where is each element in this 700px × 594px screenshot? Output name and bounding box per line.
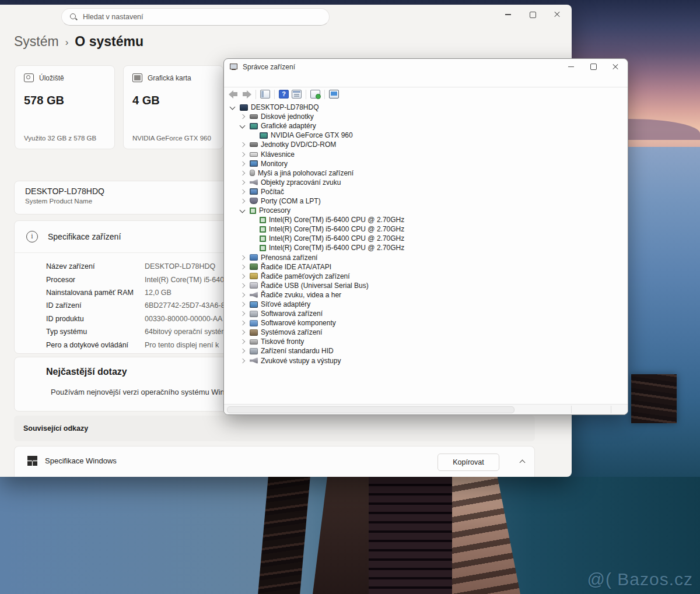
tree-item[interactable]: Klávesnice <box>224 149 628 159</box>
tree-chevron-icon[interactable] <box>249 131 257 139</box>
tree-chevron-icon[interactable] <box>239 347 247 355</box>
tree-item-label: NVIDIA GeForce GTX 960 <box>271 131 353 139</box>
tree-item-label: Diskové jednotky <box>261 113 314 121</box>
properties-icon[interactable] <box>292 90 302 99</box>
tree-chevron-icon[interactable] <box>239 160 247 168</box>
back-icon[interactable] <box>229 90 239 99</box>
tree-item[interactable]: Diskové jednotky <box>224 112 628 121</box>
tree-item[interactable]: Grafické adaptéry <box>224 121 628 131</box>
overview-card[interactable]: Úložiště 578 GB Využito 32 GB z 578 GB <box>15 65 115 149</box>
tree-item[interactable]: Intel(R) Core(TM) i5-6400 CPU @ 2.70GHz <box>224 234 628 243</box>
tree-chevron-icon[interactable] <box>239 263 247 271</box>
minimize-icon[interactable] <box>496 6 520 23</box>
software-device-icon <box>250 311 258 317</box>
tree-chevron-icon[interactable] <box>239 310 247 318</box>
tree-item[interactable]: DESKTOP-LD78HDQ <box>224 103 628 112</box>
page-title: O systému <box>75 34 144 50</box>
tree-item[interactable]: Řadiče paměťových zařízení <box>224 272 628 281</box>
close-icon[interactable] <box>545 6 569 23</box>
tree-chevron-icon[interactable] <box>239 113 247 121</box>
remote-monitor-icon[interactable] <box>329 90 339 99</box>
network-adapter-icon <box>250 301 258 308</box>
forward-icon[interactable] <box>242 90 251 99</box>
tree-chevron-icon[interactable] <box>239 328 247 336</box>
tree-item[interactable]: Softwarové komponenty <box>224 318 628 328</box>
tree-chevron-icon[interactable] <box>239 272 247 280</box>
software-component-icon <box>250 320 258 326</box>
tree-item[interactable]: Síťové adaptéry <box>224 300 628 309</box>
tree-chevron-icon[interactable] <box>239 188 247 196</box>
tree-chevron-icon[interactable] <box>239 254 247 262</box>
monitor-icon <box>250 160 258 167</box>
search-input[interactable]: Hledat v nastavení <box>61 8 330 26</box>
tree-item[interactable]: Myši a jiná polohovací zařízení <box>224 168 628 178</box>
processor-icon <box>260 236 266 242</box>
processor-icon <box>250 208 256 214</box>
maximize-icon[interactable] <box>582 59 604 75</box>
tree-chevron-icon[interactable] <box>239 357 247 365</box>
tree-item[interactable]: Zvukové vstupy a výstupy <box>224 356 628 365</box>
tree-chevron-icon[interactable] <box>249 216 257 224</box>
tree-chevron-icon[interactable] <box>249 225 257 233</box>
tree-chevron-icon[interactable] <box>249 234 257 242</box>
tree-item[interactable]: Softwarová zařízení <box>224 309 628 318</box>
audio-io-icon <box>250 357 258 364</box>
help-icon[interactable] <box>279 90 289 99</box>
chevron-up-icon[interactable] <box>520 459 526 465</box>
overview-card[interactable]: Grafická karta 4 GB NVIDIA GeForce GTX 9… <box>123 65 223 149</box>
tree-chevron-icon[interactable] <box>239 319 247 327</box>
tree-item-label: Řadiče zvuku, videa a her <box>261 291 341 299</box>
tree-item-label: Řadiče USB (Universal Serial Bus) <box>261 282 369 290</box>
related-links-row: Související odkazy <box>14 416 535 441</box>
tree-item[interactable]: Intel(R) Core(TM) i5-6400 CPU @ 2.70GHz <box>224 243 628 252</box>
tree-chevron-icon[interactable] <box>239 122 247 130</box>
tree-item[interactable]: Řadiče USB (Universal Serial Bus) <box>224 281 628 290</box>
tree-item[interactable]: NVIDIA GeForce GTX 960 <box>224 131 628 140</box>
tree-item-label: Softwarová zařízení <box>261 310 323 318</box>
tree-chevron-icon[interactable] <box>239 169 247 177</box>
tree-item[interactable]: Jednotky DVD/CD-ROM <box>224 140 628 149</box>
tree-chevron-icon[interactable] <box>239 338 247 346</box>
tree-item[interactable]: Procesory <box>224 206 628 215</box>
tree-item[interactable]: Monitory <box>224 159 628 168</box>
tree-item[interactable]: Intel(R) Core(TM) i5-6400 CPU @ 2.70GHz <box>224 215 628 224</box>
device-manager-window: Správce zařízení <box>223 58 628 415</box>
tree-item[interactable]: Tiskové fronty <box>224 337 628 346</box>
usb-controller-icon <box>250 282 258 289</box>
search-icon <box>69 13 78 21</box>
tree-item[interactable]: Přenosná zařízení <box>224 253 628 262</box>
tree-item-label: Přenosná zařízení <box>261 254 317 262</box>
tree-item[interactable]: Porty (COM a LPT) <box>224 196 628 206</box>
tree-chevron-icon[interactable] <box>239 140 247 149</box>
horizontal-scrollbar[interactable] <box>224 404 628 414</box>
tree-item-label: Síťové adaptéry <box>261 300 310 308</box>
tree-chevron-icon[interactable] <box>239 291 247 299</box>
tree-chevron-icon[interactable] <box>239 150 247 159</box>
console-tree-icon[interactable] <box>260 90 270 99</box>
tree-chevron-icon[interactable] <box>239 206 247 215</box>
tree-item[interactable]: Počítač <box>224 187 628 196</box>
tree-item[interactable]: Systémová zařízení <box>224 328 628 337</box>
minimize-icon[interactable] <box>560 59 582 75</box>
tree-chevron-icon[interactable] <box>239 282 247 290</box>
maximize-icon[interactable] <box>520 6 545 23</box>
toolbar-separator <box>274 90 275 99</box>
faq-item[interactable]: Používám nejnovější verzi operačního sys… <box>51 388 225 396</box>
breadcrumb-parent[interactable]: Systém <box>14 34 59 50</box>
tree-item[interactable]: Řadiče zvuku, videa a her <box>224 290 628 300</box>
tree-chevron-icon[interactable] <box>239 197 247 205</box>
tree-chevron-icon[interactable] <box>229 103 237 111</box>
ports-icon <box>250 198 258 204</box>
card-title: Úložiště <box>39 74 64 82</box>
tree-item[interactable]: Objekty zpracování zvuku <box>224 178 628 187</box>
tree-chevron-icon[interactable] <box>249 244 257 252</box>
copy-button[interactable]: Kopírovat <box>438 454 499 471</box>
scan-hardware-icon[interactable] <box>310 90 320 99</box>
tree-chevron-icon[interactable] <box>239 300 247 308</box>
tree-item[interactable]: Řadiče IDE ATA/ATAPI <box>224 262 628 272</box>
tree-chevron-icon[interactable] <box>239 178 247 187</box>
tree-item[interactable]: Zařízení standardu HID <box>224 346 628 356</box>
close-icon[interactable] <box>604 59 626 75</box>
tree-item[interactable]: Intel(R) Core(TM) i5-6400 CPU @ 2.70GHz <box>224 224 628 234</box>
scrollbar-thumb[interactable] <box>227 406 514 413</box>
